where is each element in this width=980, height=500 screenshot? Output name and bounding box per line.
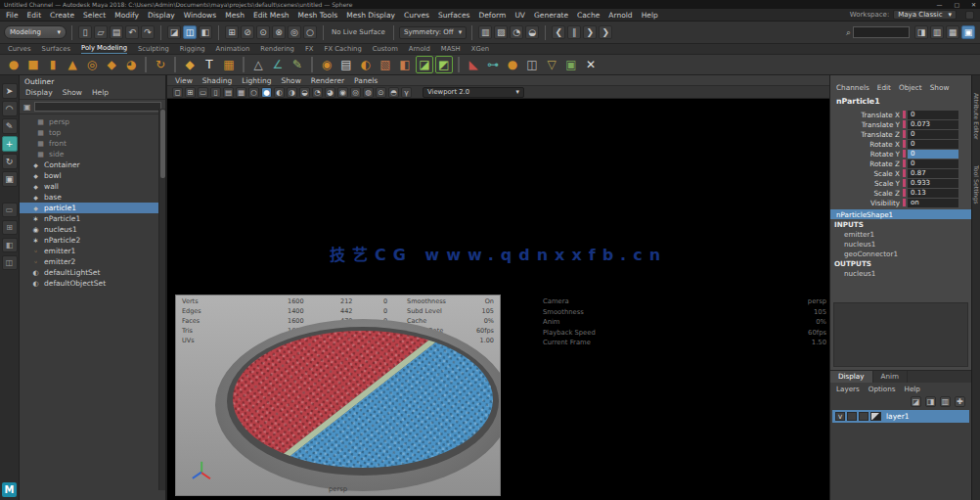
shelf-tab[interactable]: Curves xyxy=(8,45,31,54)
panel-toolbar-icon[interactable]: ▤ xyxy=(223,87,234,98)
symmetry-dropdown[interactable]: Symmetry: Off ▾ xyxy=(399,26,467,39)
render-icon[interactable]: ▥ xyxy=(478,25,492,39)
outliner-item[interactable]: defaultObjectSet xyxy=(20,278,165,289)
shelf-tab[interactable]: Animation xyxy=(216,45,250,54)
menu-item[interactable]: Mesh Display xyxy=(346,11,395,20)
layer-display-type-toggle[interactable] xyxy=(859,412,869,421)
scrollbar-thumb[interactable] xyxy=(160,110,165,178)
panel-toolbar-icon[interactable]: ◒ xyxy=(299,87,310,98)
panel-toolbar-icon[interactable]: ⊞ xyxy=(185,87,196,98)
snap-icon[interactable]: ⊗ xyxy=(272,25,286,39)
panel-toolbar-icon[interactable]: ○ xyxy=(248,87,259,98)
panel-toolbar-icon[interactable]: ◍ xyxy=(363,87,374,98)
sidebar-vertical-tab[interactable]: Attribute Editor xyxy=(973,93,980,140)
shelf-icon[interactable]: ∠ xyxy=(269,56,287,73)
shelf-icon[interactable] xyxy=(174,57,176,72)
panel-toolbar-icon[interactable]: ▭ xyxy=(198,87,208,98)
sidebar-toggle-icon[interactable]: ▥ xyxy=(930,25,944,39)
sidebar-toggle-icon[interactable]: ◨ xyxy=(914,25,928,39)
panel-menu-item[interactable]: Renderer xyxy=(311,76,344,85)
panel-toolbar-icon[interactable]: ◉ xyxy=(337,87,348,98)
channel-value-field[interactable]: 0.87 xyxy=(908,169,958,178)
panel-toolbar-icon[interactable]: γ xyxy=(401,87,412,98)
channel-value-field[interactable]: 0.073 xyxy=(908,120,958,129)
menu-item[interactable]: Cache xyxy=(577,11,600,20)
history-icon[interactable]: ❮ xyxy=(552,25,565,39)
outliner-item[interactable]: persp xyxy=(20,116,165,127)
shelf-icon[interactable]: ◩ xyxy=(435,56,453,73)
outliner-scrollbar[interactable] xyxy=(158,109,165,490)
outliner-menu-item[interactable]: Display xyxy=(25,88,53,97)
tool-icon[interactable]: ↻ xyxy=(2,154,18,169)
panel-toolbar-icon[interactable]: ◓ xyxy=(388,87,399,98)
panel-menu-item[interactable]: Lighting xyxy=(242,76,271,85)
outliner-menu-item[interactable]: Show xyxy=(63,88,82,97)
outliner-item[interactable]: nParticle1 xyxy=(20,213,165,224)
workspace-selector[interactable]: Maya Classic ▾ xyxy=(893,10,957,20)
shelf-icon[interactable]: ▮ xyxy=(44,56,62,73)
menu-item[interactable]: Windows xyxy=(184,11,216,20)
layer-editor-tab[interactable]: Anim xyxy=(873,371,908,383)
layer-editor-menu-item[interactable]: Help xyxy=(905,385,920,393)
outliner-item[interactable]: front xyxy=(20,138,165,149)
menu-item[interactable]: Select xyxy=(83,11,106,20)
layer-editor-menu-item[interactable]: Options xyxy=(869,385,896,393)
layer-editor-icon[interactable]: ▥ xyxy=(940,396,951,407)
layer-row[interactable]: V layer1 xyxy=(832,410,969,423)
channel-box-menu-item[interactable]: Edit xyxy=(877,83,891,92)
shelf-icon[interactable]: ● xyxy=(504,56,521,73)
menu-item[interactable]: Generate xyxy=(534,11,568,20)
tool-icon[interactable]: + xyxy=(2,136,18,152)
shelf-icon[interactable]: ◐ xyxy=(357,56,375,73)
sidebar-toggle-icon[interactable]: ▣ xyxy=(961,25,975,39)
panel-toolbar-icon[interactable]: ⊙ xyxy=(376,87,386,98)
channel-box-node-row[interactable]: nucleus1 xyxy=(830,268,971,278)
menu-item[interactable]: Create xyxy=(50,11,74,20)
menu-item[interactable]: Edit xyxy=(27,11,42,20)
shelf-tab[interactable]: FX xyxy=(305,45,314,54)
layer-editor-icon[interactable]: ✚ xyxy=(955,396,965,407)
snap-icon[interactable]: ⊘ xyxy=(241,25,254,39)
shelf-icon[interactable]: ↻ xyxy=(152,56,169,73)
shelf-icon[interactable]: ✎ xyxy=(289,56,306,73)
shelf-icon[interactable]: ◆ xyxy=(181,56,199,73)
shelf-icon[interactable]: ◫ xyxy=(523,56,541,73)
layer-editor-menu-item[interactable]: Layers xyxy=(836,385,860,393)
channel-value-field[interactable]: on xyxy=(908,199,958,207)
shelf-tab[interactable]: XGen xyxy=(471,45,489,54)
shelf-icon[interactable]: ▲ xyxy=(64,56,81,73)
outliner-item[interactable]: base xyxy=(20,192,165,203)
shelf-icon[interactable]: ◎ xyxy=(83,56,101,73)
menu-item[interactable]: File xyxy=(6,11,19,20)
channel-value-field[interactable]: 0 xyxy=(908,150,958,159)
layer-editor-icon[interactable]: ◪ xyxy=(911,396,921,407)
channel-box-node-row[interactable]: geoConnector1 xyxy=(830,249,971,258)
layer-color-swatch[interactable] xyxy=(870,412,881,421)
snap-icon[interactable]: ⊙ xyxy=(256,25,270,39)
outliner-item[interactable]: emitter1 xyxy=(20,246,165,256)
outliner-item[interactable]: bowl xyxy=(20,170,165,181)
menu-item[interactable]: Edit Mesh xyxy=(253,11,290,20)
menu-item[interactable]: Display xyxy=(148,11,175,20)
shelf-tab[interactable]: Arnold xyxy=(409,45,430,54)
tool-icon[interactable]: ➤ xyxy=(2,83,18,99)
status-icon[interactable]: ↶ xyxy=(125,25,139,39)
shelf-icon[interactable]: ⊶ xyxy=(484,56,502,73)
panel-toolbar-icon[interactable]: ▯ xyxy=(210,87,221,98)
outliner-search-input[interactable] xyxy=(34,102,161,112)
shelf-tab[interactable]: FX Caching xyxy=(325,45,362,54)
shelf-tab[interactable]: Poly Modeling xyxy=(81,44,127,54)
history-icon[interactable]: ∥ xyxy=(567,25,581,39)
menu-item[interactable]: Arnold xyxy=(608,11,632,20)
history-icon[interactable]: ❯ xyxy=(599,25,612,39)
renderer-dropdown[interactable]: Viewport 2.0 ▾ xyxy=(423,87,524,98)
shelf-icon[interactable]: ▦ xyxy=(220,56,238,73)
channel-box-menu-item[interactable]: Show xyxy=(930,83,950,92)
sidebar-vertical-tab[interactable]: Tool Settings xyxy=(973,165,980,204)
outliner-item[interactable]: Container xyxy=(20,159,165,170)
channel-value-field[interactable]: 0.933 xyxy=(908,179,958,188)
menu-set-selector[interactable]: Modeling ▾ xyxy=(4,25,67,39)
layer-editor-icon[interactable]: ◨ xyxy=(925,396,936,407)
shelf-tab[interactable]: Rendering xyxy=(260,45,294,54)
shelf-icon[interactable]: ◧ xyxy=(396,56,414,73)
